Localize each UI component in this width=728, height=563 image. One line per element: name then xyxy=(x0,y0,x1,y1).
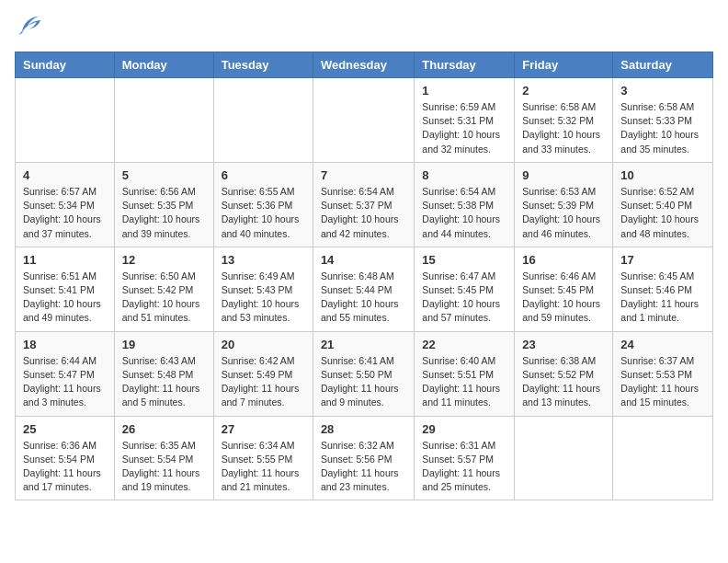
day-info: Sunrise: 6:59 AMSunset: 5:31 PMDaylight:… xyxy=(422,100,506,156)
day-number: 12 xyxy=(122,253,206,267)
day-info: Sunrise: 6:54 AMSunset: 5:38 PMDaylight:… xyxy=(422,185,506,241)
calendar-cell: 3Sunrise: 6:58 AMSunset: 5:33 PMDaylight… xyxy=(613,78,713,163)
day-number: 3 xyxy=(620,84,705,98)
day-number: 27 xyxy=(222,422,305,436)
calendar-week-row: 1Sunrise: 6:59 AMSunset: 5:31 PMDaylight… xyxy=(16,78,713,163)
day-of-week-header: Friday xyxy=(515,52,613,78)
day-info: Sunrise: 6:31 AMSunset: 5:57 PMDaylight:… xyxy=(422,439,506,495)
calendar-cell: 1Sunrise: 6:59 AMSunset: 5:31 PMDaylight… xyxy=(415,78,515,163)
day-info: Sunrise: 6:51 AMSunset: 5:41 PMDaylight:… xyxy=(23,270,107,326)
day-number: 13 xyxy=(222,253,305,267)
calendar-cell: 17Sunrise: 6:45 AMSunset: 5:46 PMDayligh… xyxy=(613,247,713,331)
day-number: 14 xyxy=(321,253,406,267)
day-info: Sunrise: 6:53 AMSunset: 5:39 PMDaylight:… xyxy=(522,185,605,241)
calendar-cell: 16Sunrise: 6:46 AMSunset: 5:45 PMDayligh… xyxy=(515,247,613,331)
day-info: Sunrise: 6:58 AMSunset: 5:32 PMDaylight:… xyxy=(522,100,605,156)
day-number: 18 xyxy=(23,338,107,351)
page-header xyxy=(15,15,713,40)
calendar-cell: 28Sunrise: 6:32 AMSunset: 5:56 PMDayligh… xyxy=(313,416,414,500)
day-number: 6 xyxy=(222,168,305,182)
calendar-cell: 11Sunrise: 6:51 AMSunset: 5:41 PMDayligh… xyxy=(16,247,115,331)
day-info: Sunrise: 6:52 AMSunset: 5:40 PMDaylight:… xyxy=(620,185,705,241)
calendar-cell: 18Sunrise: 6:44 AMSunset: 5:47 PMDayligh… xyxy=(16,331,115,416)
logo xyxy=(15,15,46,40)
day-info: Sunrise: 6:56 AMSunset: 5:35 PMDaylight:… xyxy=(122,185,206,241)
day-info: Sunrise: 6:49 AMSunset: 5:43 PMDaylight:… xyxy=(222,270,305,326)
calendar-cell: 21Sunrise: 6:41 AMSunset: 5:50 PMDayligh… xyxy=(313,331,414,416)
day-of-week-header: Monday xyxy=(114,52,213,78)
calendar-cell xyxy=(515,416,613,500)
calendar-cell xyxy=(213,78,313,163)
day-number: 19 xyxy=(122,338,206,351)
day-number: 17 xyxy=(620,253,705,267)
day-info: Sunrise: 6:45 AMSunset: 5:46 PMDaylight:… xyxy=(620,270,705,326)
day-number: 22 xyxy=(422,338,506,351)
day-number: 9 xyxy=(522,168,605,182)
day-info: Sunrise: 6:37 AMSunset: 5:53 PMDaylight:… xyxy=(620,354,705,410)
calendar-cell: 4Sunrise: 6:57 AMSunset: 5:34 PMDaylight… xyxy=(16,162,115,247)
calendar-cell: 29Sunrise: 6:31 AMSunset: 5:57 PMDayligh… xyxy=(415,416,515,500)
calendar-week-row: 11Sunrise: 6:51 AMSunset: 5:41 PMDayligh… xyxy=(16,247,713,331)
day-info: Sunrise: 6:46 AMSunset: 5:45 PMDaylight:… xyxy=(522,270,605,326)
day-number: 7 xyxy=(321,168,406,182)
calendar-cell: 25Sunrise: 6:36 AMSunset: 5:54 PMDayligh… xyxy=(16,416,115,500)
calendar-cell xyxy=(16,78,115,163)
day-number: 15 xyxy=(422,253,506,267)
day-info: Sunrise: 6:54 AMSunset: 5:37 PMDaylight:… xyxy=(321,185,406,241)
calendar-cell: 12Sunrise: 6:50 AMSunset: 5:42 PMDayligh… xyxy=(114,247,213,331)
day-info: Sunrise: 6:38 AMSunset: 5:52 PMDaylight:… xyxy=(522,354,605,410)
calendar-cell xyxy=(613,416,713,500)
calendar-cell xyxy=(313,78,414,163)
day-number: 23 xyxy=(522,338,605,351)
day-info: Sunrise: 6:55 AMSunset: 5:36 PMDaylight:… xyxy=(222,185,305,241)
day-number: 25 xyxy=(23,422,107,436)
day-info: Sunrise: 6:57 AMSunset: 5:34 PMDaylight:… xyxy=(23,185,107,241)
day-number: 24 xyxy=(620,338,705,351)
day-info: Sunrise: 6:48 AMSunset: 5:44 PMDaylight:… xyxy=(321,270,406,326)
calendar-cell xyxy=(114,78,213,163)
day-info: Sunrise: 6:47 AMSunset: 5:45 PMDaylight:… xyxy=(422,270,506,326)
calendar-cell: 26Sunrise: 6:35 AMSunset: 5:54 PMDayligh… xyxy=(114,416,213,500)
day-number: 28 xyxy=(321,422,406,436)
day-info: Sunrise: 6:41 AMSunset: 5:50 PMDaylight:… xyxy=(321,354,406,410)
calendar-cell: 7Sunrise: 6:54 AMSunset: 5:37 PMDaylight… xyxy=(313,162,414,247)
day-info: Sunrise: 6:34 AMSunset: 5:55 PMDaylight:… xyxy=(222,439,305,495)
calendar-cell: 10Sunrise: 6:52 AMSunset: 5:40 PMDayligh… xyxy=(613,162,713,247)
day-number: 1 xyxy=(422,84,506,98)
day-info: Sunrise: 6:35 AMSunset: 5:54 PMDaylight:… xyxy=(122,439,206,495)
calendar-cell: 24Sunrise: 6:37 AMSunset: 5:53 PMDayligh… xyxy=(613,331,713,416)
calendar-cell: 20Sunrise: 6:42 AMSunset: 5:49 PMDayligh… xyxy=(213,331,313,416)
day-of-week-header: Tuesday xyxy=(213,52,313,78)
day-number: 29 xyxy=(422,422,506,436)
day-number: 26 xyxy=(122,422,206,436)
day-number: 5 xyxy=(122,168,206,182)
calendar-cell: 23Sunrise: 6:38 AMSunset: 5:52 PMDayligh… xyxy=(515,331,613,416)
calendar-table: SundayMondayTuesdayWednesdayThursdayFrid… xyxy=(15,52,713,500)
calendar-cell: 8Sunrise: 6:54 AMSunset: 5:38 PMDaylight… xyxy=(415,162,515,247)
calendar-week-row: 4Sunrise: 6:57 AMSunset: 5:34 PMDaylight… xyxy=(16,162,713,247)
day-info: Sunrise: 6:50 AMSunset: 5:42 PMDaylight:… xyxy=(122,270,206,326)
day-info: Sunrise: 6:43 AMSunset: 5:48 PMDaylight:… xyxy=(122,354,206,410)
day-number: 11 xyxy=(23,253,107,267)
logo-icon xyxy=(15,15,42,40)
day-of-week-header: Saturday xyxy=(613,52,713,78)
day-info: Sunrise: 6:42 AMSunset: 5:49 PMDaylight:… xyxy=(222,354,305,410)
calendar-cell: 13Sunrise: 6:49 AMSunset: 5:43 PMDayligh… xyxy=(213,247,313,331)
day-number: 21 xyxy=(321,338,406,351)
calendar-cell: 27Sunrise: 6:34 AMSunset: 5:55 PMDayligh… xyxy=(213,416,313,500)
day-info: Sunrise: 6:58 AMSunset: 5:33 PMDaylight:… xyxy=(620,100,705,156)
day-info: Sunrise: 6:32 AMSunset: 5:56 PMDaylight:… xyxy=(321,439,406,495)
calendar-cell: 14Sunrise: 6:48 AMSunset: 5:44 PMDayligh… xyxy=(313,247,414,331)
calendar-cell: 2Sunrise: 6:58 AMSunset: 5:32 PMDaylight… xyxy=(515,78,613,163)
calendar-header-row: SundayMondayTuesdayWednesdayThursdayFrid… xyxy=(16,52,713,78)
calendar-cell: 6Sunrise: 6:55 AMSunset: 5:36 PMDaylight… xyxy=(213,162,313,247)
day-number: 16 xyxy=(522,253,605,267)
day-of-week-header: Wednesday xyxy=(313,52,414,78)
calendar-cell: 15Sunrise: 6:47 AMSunset: 5:45 PMDayligh… xyxy=(415,247,515,331)
day-info: Sunrise: 6:44 AMSunset: 5:47 PMDaylight:… xyxy=(23,354,107,410)
calendar-cell: 22Sunrise: 6:40 AMSunset: 5:51 PMDayligh… xyxy=(415,331,515,416)
day-number: 8 xyxy=(422,168,506,182)
day-number: 2 xyxy=(522,84,605,98)
day-number: 10 xyxy=(620,168,705,182)
day-info: Sunrise: 6:40 AMSunset: 5:51 PMDaylight:… xyxy=(422,354,506,410)
